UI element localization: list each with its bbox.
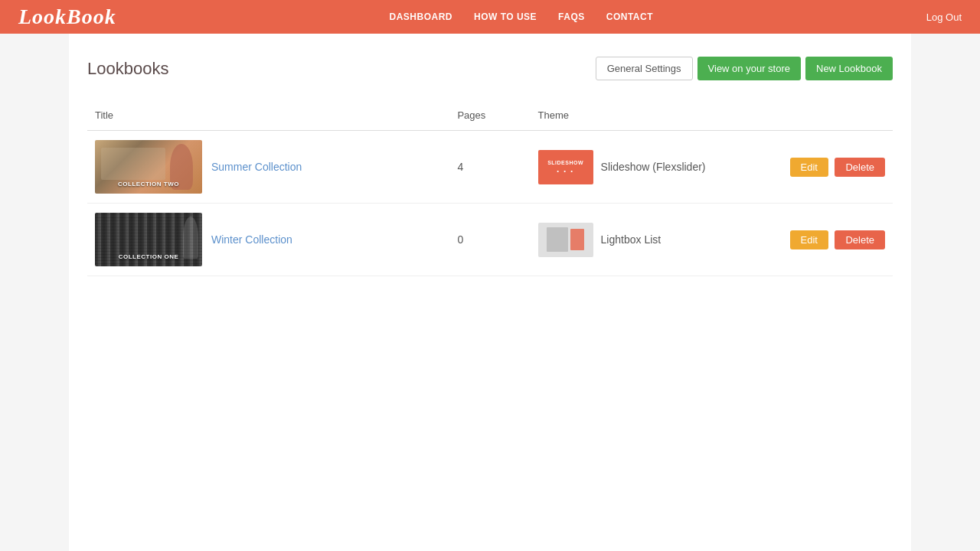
thumb-label-winter: COLLECTION ONE xyxy=(119,253,179,260)
title-cell-2: COLLECTION ONE Winter Collection xyxy=(87,204,449,276)
theme-thumb-lightbox xyxy=(538,223,593,257)
nav-faqs[interactable]: FAQS xyxy=(558,11,585,22)
slideshow-text: SLIDESHOW xyxy=(547,160,583,165)
lightbox-rect-main xyxy=(547,227,568,252)
page-title: Lookbooks xyxy=(87,59,168,79)
nav-links: DASHBOARD HOW TO USE FAQS CONTACT xyxy=(389,11,653,22)
actions-cell-1: Edit Delete xyxy=(772,131,893,204)
slideshow-dots: • • • xyxy=(557,168,574,174)
col-header-theme: Theme xyxy=(531,103,773,131)
col-header-actions xyxy=(772,103,893,131)
table-row: COLLECTION ONE Winter Collection 0 Ligh xyxy=(87,204,893,276)
nav-contact[interactable]: CONTACT xyxy=(606,11,653,22)
edit-button-2[interactable]: Edit xyxy=(790,230,828,249)
lookbooks-table: Title Pages Theme COLLECTION TWO Summer … xyxy=(87,103,893,276)
table-header-row: Title Pages Theme xyxy=(87,103,893,131)
pages-cell-1: 4 xyxy=(449,131,530,204)
theme-cell-2: Lightbox List xyxy=(531,204,773,276)
lightbox-rect-side xyxy=(570,229,584,250)
header-buttons: General Settings View on your store New … xyxy=(596,57,893,80)
table-row: COLLECTION TWO Summer Collection 4 SLIDE… xyxy=(87,131,893,204)
logout-button[interactable]: Log Out xyxy=(926,11,962,23)
delete-button-2[interactable]: Delete xyxy=(835,230,885,249)
theme-name-2: Lightbox List xyxy=(601,233,662,246)
nav-dashboard[interactable]: DASHBOARD xyxy=(389,11,452,22)
page-header: Lookbooks General Settings View on your … xyxy=(87,57,893,80)
title-cell-1: COLLECTION TWO Summer Collection xyxy=(87,131,449,204)
theme-thumb-slideshow: SLIDESHOW • • • xyxy=(538,150,593,184)
theme-cell-1: SLIDESHOW • • • Slideshow (Flexslider) xyxy=(531,131,773,204)
actions-cell-2: Edit Delete xyxy=(772,204,893,276)
col-header-title: Title xyxy=(87,103,449,131)
thumbnail-winter: COLLECTION ONE xyxy=(95,213,202,266)
title-link-winter[interactable]: Winter Collection xyxy=(211,233,292,246)
pages-count-1: 4 xyxy=(457,161,463,173)
navbar: LookBook DASHBOARD HOW TO USE FAQS CONTA… xyxy=(0,0,980,34)
edit-button-1[interactable]: Edit xyxy=(790,158,828,177)
title-link-summer[interactable]: Summer Collection xyxy=(211,161,302,173)
new-lookbook-button[interactable]: New Lookbook xyxy=(805,57,893,80)
general-settings-button[interactable]: General Settings xyxy=(596,57,693,80)
main-content: Lookbooks General Settings View on your … xyxy=(69,34,911,551)
theme-name-1: Slideshow (Flexslider) xyxy=(601,161,706,173)
nav-how-to-use[interactable]: HOW TO USE xyxy=(474,11,537,22)
view-store-button[interactable]: View on your store xyxy=(697,57,801,80)
pages-count-2: 0 xyxy=(457,233,463,246)
pages-cell-2: 0 xyxy=(449,204,530,276)
thumbnail-summer: COLLECTION TWO xyxy=(95,140,202,194)
delete-button-1[interactable]: Delete xyxy=(835,158,885,177)
logo: LookBook xyxy=(18,5,116,29)
col-header-pages: Pages xyxy=(449,103,530,131)
thumb-label-summer: COLLECTION TWO xyxy=(118,181,179,187)
